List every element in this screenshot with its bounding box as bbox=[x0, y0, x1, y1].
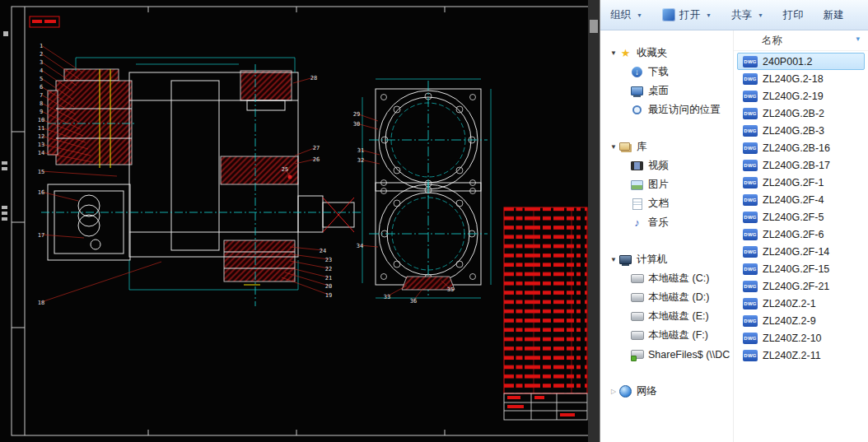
toolbar-button-label: 共享 bbox=[731, 8, 752, 22]
disk-icon bbox=[630, 291, 644, 305]
nav-item-documents[interactable]: 文档 bbox=[600, 194, 733, 213]
nav-item-downloads[interactable]: 下载 bbox=[600, 63, 733, 81]
dwg-file-icon: DWG bbox=[743, 125, 758, 137]
file-row[interactable]: DWGZL240G.2-19 bbox=[737, 87, 865, 105]
nav-item-label: 本地磁盘 (E:) bbox=[648, 309, 709, 323]
file-row[interactable]: DWGZL240G.2F-6 bbox=[737, 226, 865, 243]
nav-item-videos[interactable]: 视频 bbox=[600, 156, 733, 175]
file-row[interactable]: DWGZL240G.2B-17 bbox=[737, 156, 865, 174]
nav-pane: ▼收藏夹下载桌面最近访问的位置▼库视频图片文档音乐▼计算机本地磁盘 (C:)本地… bbox=[600, 30, 733, 442]
dwg-file-icon: DWG bbox=[743, 263, 758, 275]
toolbar-button-open[interactable]: 打开▼ bbox=[662, 8, 712, 22]
cad-viewport[interactable]: 1234567891011121314151617182827262524232… bbox=[0, 0, 600, 442]
file-row[interactable]: DWGZL240G.2B-16 bbox=[737, 139, 865, 156]
music-icon bbox=[630, 216, 644, 230]
expander-open-icon[interactable]: ▼ bbox=[609, 256, 618, 263]
file-name: ZL240Z.2-9 bbox=[763, 315, 816, 327]
nav-item-disk-d[interactable]: 本地磁盘 (D:) bbox=[600, 288, 733, 307]
file-row[interactable]: DWGZL240Z.2-10 bbox=[737, 329, 865, 347]
balloon-number: 24 bbox=[320, 248, 326, 254]
balloon-number: 32 bbox=[357, 157, 364, 164]
nav-item-disk-f[interactable]: 本地磁盘 (F:) bbox=[600, 326, 733, 345]
open-app-icon bbox=[662, 8, 675, 21]
balloon-number: 19 bbox=[325, 292, 332, 299]
file-name: ZL240G.2F-21 bbox=[763, 281, 829, 292]
file-row[interactable]: DWG240P001.2 bbox=[737, 53, 865, 70]
file-name: ZL240G.2F-5 bbox=[763, 212, 824, 223]
toolbar-button-label: 打开 bbox=[679, 8, 700, 22]
file-name: ZL240G.2B-16 bbox=[763, 142, 830, 154]
balloon-number: 13 bbox=[38, 142, 44, 148]
nav-item-music[interactable]: 音乐 bbox=[600, 213, 733, 232]
file-row[interactable]: DWGZL240G.2F-4 bbox=[737, 191, 865, 208]
file-name: ZL240G.2-19 bbox=[763, 91, 824, 102]
dwg-file-icon: DWG bbox=[743, 246, 758, 258]
balloon-number: 30 bbox=[353, 121, 360, 128]
nav-item-label: 音乐 bbox=[648, 216, 669, 230]
balloon-number: 16 bbox=[38, 189, 44, 196]
nav-item-label: 本地磁盘 (D:) bbox=[648, 291, 709, 305]
column-header-label: 名称 bbox=[762, 34, 782, 48]
column-header-name[interactable]: 名称 ▾ bbox=[734, 30, 868, 51]
toolbar-button-share[interactable]: 共享▼ bbox=[731, 8, 763, 22]
nav-item-pictures[interactable]: 图片 bbox=[600, 175, 733, 194]
toolbar-button-print[interactable]: 打印 bbox=[783, 8, 804, 22]
dwg-file-icon: DWG bbox=[743, 177, 758, 188]
dwg-file-icon: DWG bbox=[743, 142, 758, 154]
file-row[interactable]: DWGZL240G.2F-5 bbox=[737, 208, 865, 226]
nav-item-label: 视频 bbox=[648, 159, 669, 173]
sort-arrow-icon[interactable]: ▾ bbox=[856, 35, 860, 43]
dropdown-arrow-icon: ▼ bbox=[758, 12, 763, 18]
balloon-number: 17 bbox=[38, 232, 44, 239]
nav-section-label: 网络 bbox=[637, 384, 657, 398]
balloon-number: 1 bbox=[40, 43, 43, 49]
balloon-leader-line bbox=[41, 192, 78, 201]
nav-item-disk-c[interactable]: 本地磁盘 (C:) bbox=[600, 269, 733, 288]
dwg-file-icon: DWG bbox=[743, 194, 758, 206]
file-row[interactable]: DWGZL240Z.2-1 bbox=[737, 295, 865, 312]
nav-section-header-network[interactable]: ▷网络 bbox=[600, 382, 733, 401]
balloon-number: 9 bbox=[40, 109, 43, 115]
network-drive-icon bbox=[630, 348, 644, 361]
expander-open-icon[interactable]: ▼ bbox=[609, 143, 618, 151]
file-name: ZL240G.2F-15 bbox=[763, 263, 829, 275]
toolbar-button-new[interactable]: 新建 bbox=[824, 8, 844, 22]
cad-scrollbar[interactable] bbox=[588, 0, 600, 442]
dwg-file-icon: DWG bbox=[743, 333, 758, 344]
toolbar-button-organize[interactable]: 组织▼ bbox=[610, 8, 642, 22]
file-row[interactable]: DWGZL240G.2F-21 bbox=[737, 277, 865, 295]
file-row[interactable]: DWGZL240G.2F-14 bbox=[737, 243, 865, 260]
file-name: ZL240Z.2-11 bbox=[763, 350, 821, 361]
nav-section-header-favorites[interactable]: ▼收藏夹 bbox=[600, 44, 733, 63]
balloon-number: 15 bbox=[38, 169, 44, 175]
libraries-icon bbox=[618, 141, 632, 154]
nav-item-sharefiles[interactable]: ShareFiles$ (\\DC bbox=[600, 345, 733, 364]
expander-open-icon[interactable]: ▼ bbox=[609, 49, 618, 57]
expander-closed-icon[interactable]: ▷ bbox=[609, 388, 618, 395]
dwg-file-icon: DWG bbox=[743, 108, 758, 119]
nav-section-header-libraries[interactable]: ▼库 bbox=[600, 137, 733, 156]
nav-item-recent-places[interactable]: 最近访问的位置 bbox=[600, 100, 733, 119]
explorer-content: ▼收藏夹下载桌面最近访问的位置▼库视频图片文档音乐▼计算机本地磁盘 (C:)本地… bbox=[600, 30, 868, 442]
file-pane: 名称 ▾ DWG240P001.2DWGZL240G.2-18DWGZL240G… bbox=[733, 30, 868, 442]
dwg-file-icon: DWG bbox=[743, 298, 758, 309]
nav-item-disk-e[interactable]: 本地磁盘 (E:) bbox=[600, 307, 733, 326]
balloon-number: 7 bbox=[40, 92, 43, 99]
balloon-number: 29 bbox=[353, 111, 360, 118]
file-row[interactable]: DWGZL240Z.2-11 bbox=[737, 347, 865, 364]
file-row[interactable]: DWGZL240G.2F-1 bbox=[737, 174, 865, 191]
dropdown-arrow-icon: ▼ bbox=[706, 12, 712, 18]
file-row[interactable]: DWGZL240G.2B-3 bbox=[737, 122, 865, 139]
file-row[interactable]: DWGZL240Z.2-9 bbox=[737, 312, 865, 329]
nav-item-desktop[interactable]: 桌面 bbox=[600, 81, 733, 100]
nav-section-libraries: ▼库视频图片文档音乐 bbox=[600, 137, 733, 232]
file-row[interactable]: DWGZL240G.2F-15 bbox=[737, 260, 865, 277]
file-name: ZL240G.2F-1 bbox=[763, 177, 824, 188]
dwg-file-icon: DWG bbox=[743, 73, 758, 85]
file-row[interactable]: DWGZL240G.2-18 bbox=[737, 70, 865, 87]
videos-icon bbox=[630, 160, 644, 173]
balloon-number: 4 bbox=[40, 67, 43, 74]
nav-section-header-computer[interactable]: ▼计算机 bbox=[600, 250, 733, 269]
nav-section-computer: ▼计算机本地磁盘 (C:)本地磁盘 (D:)本地磁盘 (E:)本地磁盘 (F:)… bbox=[600, 250, 733, 364]
file-row[interactable]: DWGZL240G.2B-2 bbox=[737, 105, 865, 122]
